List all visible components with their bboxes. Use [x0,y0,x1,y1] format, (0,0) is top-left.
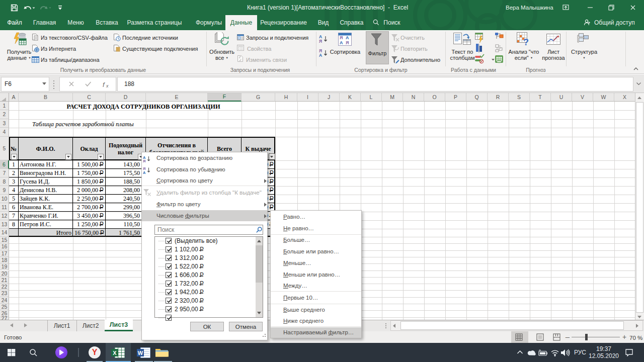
svg-text:Я: Я [346,40,349,45]
svg-text:X: X [113,350,117,356]
svg-text:Я: Я [143,159,145,163]
svg-text:f: f [103,81,105,88]
svg-text:А: А [346,35,349,40]
svg-text:А: А [319,53,322,58]
svg-text:x: x [106,83,109,88]
svg-text:А: А [340,40,343,45]
svg-text:Я: Я [319,39,322,44]
svg-text:А: А [143,170,146,175]
svg-text:Я: Я [340,35,343,40]
svg-text:W: W [138,350,143,356]
svg-text:?: ? [523,37,529,46]
